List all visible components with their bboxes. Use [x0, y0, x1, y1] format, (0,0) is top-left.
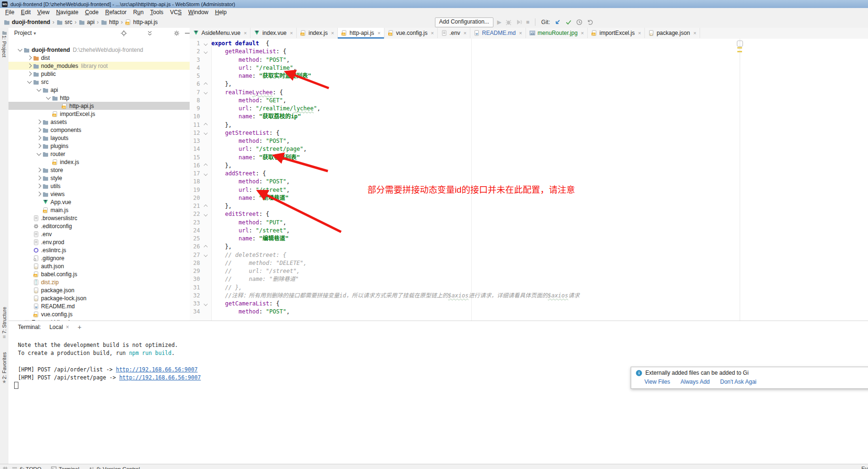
- tree-item-assets[interactable]: assets: [8, 118, 190, 126]
- notification-action-always-add[interactable]: Always Add: [680, 378, 709, 385]
- tab-http-api-js[interactable]: JShttp-api.js×: [338, 28, 384, 38]
- fold-marker-icon[interactable]: [200, 162, 211, 170]
- tool-stripe-project[interactable]: 1: Project: [0, 31, 8, 57]
- tree-item-index-js[interactable]: JSindex.js: [8, 158, 190, 166]
- code-line-9[interactable]: 9 url: "/realTime/lychee",: [190, 105, 868, 113]
- tab-importexcel-js[interactable]: JSimportExcel.js×: [588, 28, 645, 38]
- status-6-todo[interactable]: 6: TODO: [12, 466, 42, 469]
- tree-item-src[interactable]: src: [8, 78, 190, 86]
- code-line-21[interactable]: 21 },: [190, 202, 868, 210]
- code-line-3[interactable]: 3 method: "POST",: [190, 56, 868, 64]
- editor[interactable]: 1export default {2 getRealTimeList: {3 m…: [190, 39, 868, 321]
- add-configuration-button[interactable]: Add Configuration...: [435, 17, 493, 27]
- menu-code[interactable]: Code: [82, 8, 102, 16]
- tab-index-js[interactable]: JSindex.js×: [297, 28, 338, 38]
- tree-item-utils[interactable]: utils: [8, 182, 190, 190]
- code-line-6[interactable]: 6 },: [190, 80, 868, 88]
- code-line-17[interactable]: 17 addStreet: {: [190, 170, 868, 178]
- menu-file[interactable]: File: [2, 8, 17, 16]
- tree-item-router[interactable]: router: [8, 150, 190, 158]
- menu-edit[interactable]: Edit: [17, 8, 34, 16]
- history-icon[interactable]: [576, 19, 583, 25]
- close-icon[interactable]: ×: [693, 30, 696, 36]
- chevron-right-icon[interactable]: [26, 56, 33, 59]
- code-line-4[interactable]: 4 url: "/realTime",: [190, 64, 868, 72]
- code-line-30[interactable]: 30 // name: "删除巷道": [190, 275, 868, 283]
- breadcrumb-duoji-frontend[interactable]: duoji-frontend: [4, 19, 50, 25]
- menu-run[interactable]: Run: [130, 8, 147, 16]
- notification-action-view-files[interactable]: View Files: [644, 378, 670, 385]
- tab-package-json[interactable]: {}package.json×: [645, 28, 700, 38]
- vcs-commit-icon[interactable]: [565, 19, 572, 25]
- chevron-down-icon[interactable]: [17, 49, 23, 51]
- chevron-down-icon[interactable]: [35, 89, 42, 91]
- terminal-tab-local[interactable]: Local ×: [48, 321, 71, 333]
- menu-window[interactable]: Window: [185, 8, 212, 16]
- tool-stripe-structure[interactable]: 7: Structure ≡: [0, 307, 8, 339]
- tree-item-duoji-frontend[interactable]: duoji-frontendD:\zheheWeb\duoji-frontend: [8, 46, 190, 54]
- code-line-29[interactable]: 29 // url: "/street",: [190, 267, 868, 275]
- project-panel-title[interactable]: Project: [14, 30, 32, 36]
- tab-env[interactable]: .env×: [438, 28, 470, 38]
- tree-item-main-js[interactable]: JSmain.js: [8, 206, 190, 214]
- tree-item-store[interactable]: store: [8, 166, 190, 174]
- tab-asidemenu-vue[interactable]: AsideMenu.vue×: [190, 28, 250, 38]
- chevron-right-icon[interactable]: [35, 120, 42, 123]
- chevron-down-icon[interactable]: [45, 97, 51, 99]
- code-line-10[interactable]: 10 name: "获取荔枝的ip": [190, 113, 868, 121]
- tab-index-vue[interactable]: index.vue×: [250, 28, 297, 38]
- code-area[interactable]: 1export default {2 getRealTimeList: {3 m…: [190, 40, 868, 316]
- code-line-31[interactable]: 31 // },: [190, 284, 868, 292]
- chevron-right-icon[interactable]: [26, 64, 33, 67]
- tree-item-auth-json[interactable]: {}auth.json: [8, 262, 190, 270]
- settings-gear-icon[interactable]: [174, 30, 180, 36]
- debug-icon[interactable]: [505, 19, 512, 25]
- fold-marker-icon[interactable]: [200, 251, 211, 259]
- fold-marker-icon[interactable]: [200, 202, 211, 210]
- tab-readme-md[interactable]: MREADME.md×: [470, 28, 526, 38]
- menu-navigate[interactable]: Navigate: [53, 8, 82, 16]
- fold-marker-icon[interactable]: [200, 210, 211, 218]
- chevron-right-icon[interactable]: [26, 72, 33, 75]
- code-line-11[interactable]: 11 },: [190, 121, 868, 129]
- stop-icon[interactable]: ■: [526, 19, 529, 25]
- code-line-34[interactable]: 34 method: "POST",: [190, 308, 868, 316]
- coverage-icon[interactable]: [516, 19, 522, 25]
- tree-item-browserslistrc[interactable]: .browserslistrc: [8, 214, 190, 222]
- close-icon[interactable]: ×: [66, 324, 69, 330]
- menu-view[interactable]: View: [34, 8, 53, 16]
- code-line-16[interactable]: 16 },: [190, 162, 868, 170]
- chevron-right-icon[interactable]: [35, 176, 42, 180]
- code-line-20[interactable]: 20 name: "新增巷道": [190, 194, 868, 202]
- breadcrumb-api[interactable]: api: [79, 19, 94, 25]
- code-line-25[interactable]: 25 name: "编辑巷道": [190, 235, 868, 243]
- menu-refactor[interactable]: Refactor: [102, 8, 130, 16]
- terminal-link[interactable]: http://192.168.66.56:9007: [116, 366, 198, 373]
- chevron-right-icon[interactable]: [35, 192, 42, 196]
- menu-tools[interactable]: Tools: [147, 8, 167, 16]
- code-line-32[interactable]: 32 //注释：所有用到删除的接口都需要拼接变量id，所以请求方式采用了挂载在原…: [190, 292, 868, 300]
- tree-item-public[interactable]: public: [8, 70, 190, 78]
- menu-vcs[interactable]: VCS: [167, 8, 185, 16]
- tab-menurouter-jpg[interactable]: menuRouter.jpg×: [526, 28, 588, 38]
- breadcrumb-http-api-js[interactable]: JShttp-api.js: [125, 19, 158, 25]
- fold-marker-icon[interactable]: [200, 121, 211, 129]
- chevron-right-icon[interactable]: [35, 168, 42, 172]
- fold-marker-icon[interactable]: [200, 89, 211, 97]
- code-line-22[interactable]: 22 editStreet: {: [190, 210, 868, 218]
- close-icon[interactable]: ×: [581, 30, 584, 36]
- tree-item-readme-md[interactable]: MREADME.md: [8, 302, 190, 310]
- tree-item-gitignore[interactable]: .gitignore: [8, 254, 190, 262]
- code-line-2[interactable]: 2 getRealTimeList: {: [190, 48, 868, 56]
- breadcrumb-http[interactable]: http: [101, 19, 118, 25]
- code-line-24[interactable]: 24 url: "/street",: [190, 227, 868, 235]
- close-icon[interactable]: ×: [331, 30, 334, 36]
- tree-item-api[interactable]: api: [8, 86, 190, 94]
- tree-item-style[interactable]: style: [8, 174, 190, 182]
- close-icon[interactable]: ×: [431, 30, 434, 36]
- tree-item-layouts[interactable]: layouts: [8, 134, 190, 142]
- tree-item-http-api-js[interactable]: JShttp-api.js: [8, 102, 190, 110]
- tree-item-package-lock-json[interactable]: {}package-lock.json: [8, 294, 190, 302]
- code-line-5[interactable]: 5 name: "获取实时监控列表": [190, 72, 868, 80]
- code-line-15[interactable]: 15 name: "获取巷道列表": [190, 154, 868, 162]
